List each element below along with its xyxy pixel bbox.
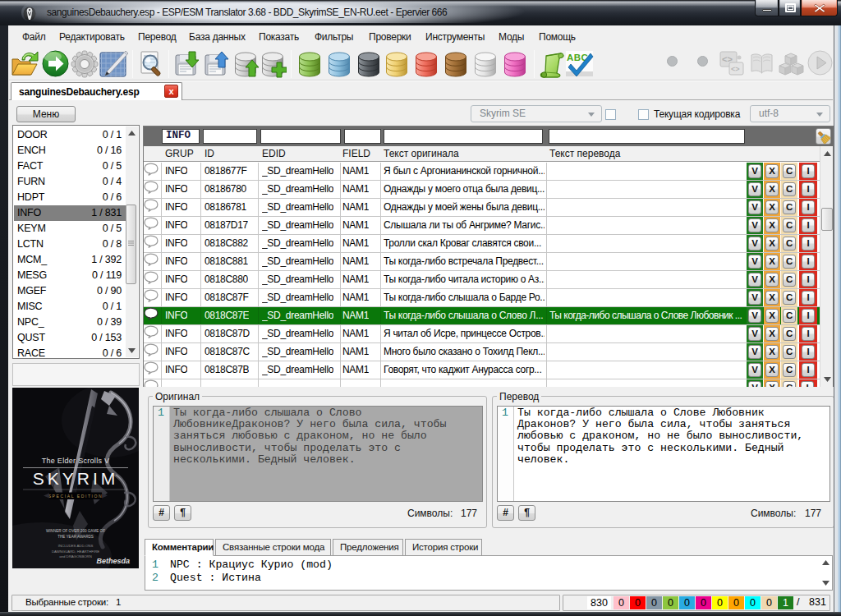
svg-text:WINNER OF OVER 200 GAME OF: WINNER OF OVER 200 GAME OF (46, 529, 105, 533)
svg-text:Bethesda: Bethesda (96, 557, 130, 565)
svg-text:INCLUDES ADD-ONS: INCLUDES ADD-ONS (58, 544, 94, 548)
svg-text:THE YEAR AWARDS: THE YEAR AWARDS (57, 535, 94, 539)
svg-text:SPECIAL EDITION: SPECIAL EDITION (48, 494, 103, 499)
svg-text:DAWNGUARD, HEARTHFIRE: DAWNGUARD, HEARTHFIRE (52, 549, 99, 554)
svg-text:SKYRIM: SKYRIM (33, 469, 119, 488)
svg-text:<>: <> (731, 65, 740, 73)
svg-text:and DRAGONBORN: and DRAGONBORN (59, 554, 92, 559)
svg-text:The Elder Scrolls V: The Elder Scrolls V (42, 457, 110, 465)
